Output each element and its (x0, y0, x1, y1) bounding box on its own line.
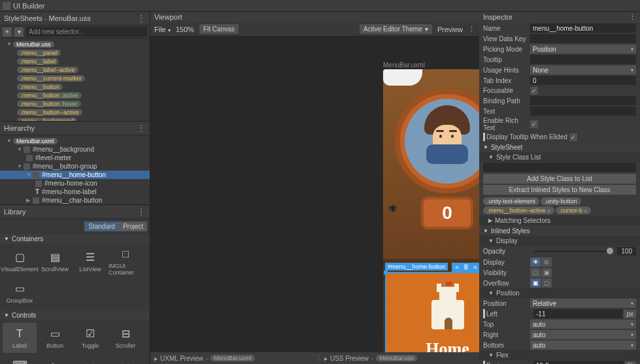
tree-row[interactable]: T#menu-home-label (0, 188, 150, 196)
tooltip-checkbox[interactable]: ✓ (569, 133, 577, 141)
overflow-visible-icon[interactable]: ▣ (530, 278, 541, 288)
tree-row[interactable]: ▼MenuBar.uxml (0, 137, 150, 145)
tree-row[interactable]: .menu__button--active (0, 108, 150, 116)
containers-section[interactable]: ▼Containers (0, 234, 150, 244)
stylesheet-tree: ▼MenuBar.uss .menu__panel .menu__label .… (0, 39, 150, 121)
tree-row[interactable]: .menu__label (0, 57, 150, 65)
lib-scrollview[interactable]: ▤ScrollView (38, 246, 72, 276)
tab-project[interactable]: Project (119, 222, 147, 231)
name-field[interactable]: menu__home-button (530, 24, 636, 33)
menu-icon[interactable]: ⋮ (137, 13, 146, 24)
lib-visualelement[interactable]: ▢VisualElement (3, 246, 37, 276)
lib-button[interactable]: ▭Button (38, 323, 72, 353)
right-field[interactable]: auto▾ (530, 330, 636, 339)
usage-dropdown[interactable]: None▾ (530, 65, 636, 74)
home-button-element[interactable]: Home (385, 272, 479, 364)
tree-row[interactable]: ▼MenuBar.uss (0, 40, 150, 48)
tree-row[interactable]: ▶#menu__char-button (0, 196, 150, 205)
add-button[interactable]: + (3, 27, 12, 37)
tree-row[interactable]: .menu__button :active (0, 91, 150, 99)
cobweb-icon (383, 88, 403, 107)
canvas[interactable]: MenuBar.uxml (150, 37, 479, 364)
tree-row[interactable]: .menu__button (0, 82, 150, 91)
matching-section[interactable]: ▶Matching Selectors (479, 216, 640, 225)
focusable-checkbox[interactable]: ✓ (530, 87, 538, 95)
class-pill[interactable]: .unity-text-element (483, 197, 539, 205)
lib-groupbox[interactable]: ▭GroupBox (3, 278, 37, 308)
menu-icon[interactable]: ⋮ (137, 207, 146, 217)
picking-dropdown[interactable]: Position▾ (530, 44, 636, 54)
lib-sliderint[interactable]: ⊷Slider (Int) (109, 354, 143, 364)
menu-icon[interactable]: ⋮ (137, 123, 146, 133)
top-field[interactable]: auto▾ (530, 320, 636, 329)
level-badge: 0 (421, 197, 473, 229)
hidden-icon[interactable]: ▣ (541, 268, 552, 277)
app-icon (3, 2, 10, 10)
inlined-section[interactable]: ▼Inlined Styles (479, 226, 640, 236)
menu-icon[interactable]: ⋮ (468, 25, 475, 33)
overflow-hidden-icon[interactable]: ▢ (541, 278, 552, 288)
preview-button[interactable]: Preview (437, 25, 463, 33)
stylesheet-section[interactable]: ▼StyleSheet (479, 142, 640, 152)
tooltip-field[interactable] (530, 55, 636, 64)
tree-row[interactable]: ▼#menu__background (0, 145, 150, 154)
file-menu[interactable]: File (154, 25, 171, 33)
class-pill[interactable]: .menu__button--activex (483, 207, 554, 214)
position-dropdown[interactable]: Relative▾ (530, 299, 636, 308)
tree-row[interactable]: ▼#menu__button-group (0, 162, 150, 171)
lib-toggle[interactable]: ☑Toggle (73, 323, 107, 353)
text-field[interactable] (530, 107, 636, 116)
lib-scroller[interactable]: ⊟Scroller (109, 323, 143, 353)
tree-row[interactable]: .menu__button :hover (0, 99, 150, 108)
display-none-icon[interactable]: ⊘ (541, 257, 552, 267)
tree-row[interactable]: #menu-home-icon (0, 179, 150, 188)
selection-label: #menu__home-button (385, 263, 448, 271)
bindingpath-field[interactable] (530, 96, 636, 105)
tree-row[interactable]: .menu__label--active (0, 65, 150, 74)
class-input[interactable] (483, 163, 636, 172)
tree-row[interactable]: .menu__panel (0, 48, 150, 57)
styleclass-section[interactable]: ▼Style Class List (479, 152, 640, 162)
alignment-toolbar[interactable]: ≡≣≡≣⊥⊤ (452, 263, 479, 272)
add-selector-input[interactable]: Add new selector... (26, 27, 147, 37)
dropdown-button[interactable]: ▾ (14, 27, 24, 37)
class-pill[interactable]: .unity-button (541, 197, 581, 205)
menu-icon[interactable]: ⋮ (629, 13, 636, 22)
visible-icon[interactable]: ▢ (530, 268, 541, 277)
lib-label[interactable]: TLabel (3, 323, 37, 353)
viewport-header: Viewport (150, 12, 479, 22)
tab-standard[interactable]: Standard (84, 222, 119, 231)
fit-canvas-button[interactable]: Fit Canvas (199, 24, 239, 34)
opacity-slider[interactable] (534, 250, 613, 252)
hierarchy-header: Hierarchy ⋮ (0, 122, 150, 135)
lib-slider[interactable]: ⊶Slider (73, 354, 107, 364)
title-bar: UI Builder (0, 0, 640, 12)
lib-foldout[interactable]: ▸Foldout (38, 354, 72, 364)
display-flex-icon[interactable]: 👁 (530, 257, 541, 267)
bottom-field[interactable]: auto▾ (530, 340, 636, 350)
unit-dropdown[interactable]: px (624, 310, 636, 318)
preview-footer: ▸ UXML Preview - MenuBar.uxml ▸ USS Prev… (150, 352, 479, 364)
class-pill[interactable]: .cursor-bx (556, 207, 592, 214)
tree-row[interactable]: .menu__background (0, 116, 150, 121)
theme-dropdown[interactable]: Active Editor Theme▾ (360, 24, 432, 34)
basis-field[interactable]: 19.6 (533, 361, 624, 364)
display-section[interactable]: ▼Display (479, 236, 640, 246)
lib-textfield[interactable]: ⌨Text Field (3, 354, 37, 364)
position-section[interactable]: ▼Position (479, 288, 640, 298)
tree-row[interactable]: #level-meter (0, 154, 150, 162)
lib-imgui[interactable]: □IMGUI Container (109, 246, 143, 276)
richtext-checkbox[interactable]: ✓ (530, 120, 538, 128)
extract-button[interactable]: Extract Inlined Styles to New Class (483, 185, 636, 195)
lib-listview[interactable]: ☰ListView (73, 246, 107, 276)
viewdatakey-field[interactable] (530, 34, 636, 43)
tabindex-field[interactable]: 0 (530, 76, 636, 85)
unit-dropdown[interactable]: % (625, 361, 636, 365)
left-field[interactable]: -11 (533, 309, 622, 318)
tree-row[interactable]: .menu__current-marker (0, 74, 150, 82)
zoom-label[interactable]: 150% (176, 25, 194, 33)
tree-row-selected[interactable]: ▼#menu__home-button (0, 171, 150, 179)
add-class-button[interactable]: Add Style Class to List (483, 174, 636, 184)
controls-section[interactable]: ▼Controls (0, 310, 150, 320)
flex-section[interactable]: ▼Flex (479, 350, 640, 360)
